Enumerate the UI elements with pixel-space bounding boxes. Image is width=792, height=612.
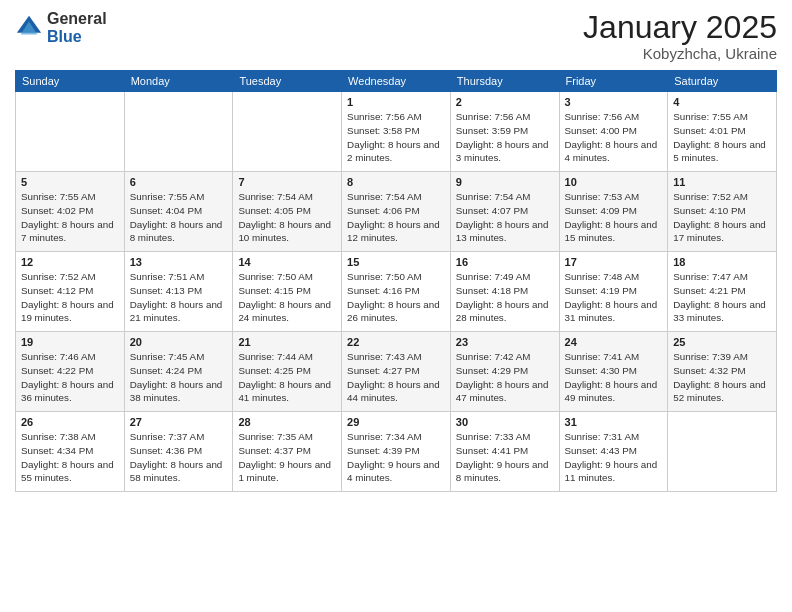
day-info-1-3: Sunrise: 7:54 AM Sunset: 4:06 PM Dayligh…	[347, 190, 445, 245]
cell-2-4: 16Sunrise: 7:49 AM Sunset: 4:18 PM Dayli…	[450, 252, 559, 332]
day-info-2-2: Sunrise: 7:50 AM Sunset: 4:15 PM Dayligh…	[238, 270, 336, 325]
day-info-4-2: Sunrise: 7:35 AM Sunset: 4:37 PM Dayligh…	[238, 430, 336, 485]
cell-3-6: 25Sunrise: 7:39 AM Sunset: 4:32 PM Dayli…	[668, 332, 777, 412]
cell-4-0: 26Sunrise: 7:38 AM Sunset: 4:34 PM Dayli…	[16, 412, 125, 492]
cell-1-6: 11Sunrise: 7:52 AM Sunset: 4:10 PM Dayli…	[668, 172, 777, 252]
logo-icon	[15, 14, 43, 42]
day-info-4-4: Sunrise: 7:33 AM Sunset: 4:41 PM Dayligh…	[456, 430, 554, 485]
week-row-1: 5Sunrise: 7:55 AM Sunset: 4:02 PM Daylig…	[16, 172, 777, 252]
logo-blue-text: Blue	[47, 28, 107, 46]
day-num-0-6: 4	[673, 96, 771, 108]
cell-4-6	[668, 412, 777, 492]
day-info-0-6: Sunrise: 7:55 AM Sunset: 4:01 PM Dayligh…	[673, 110, 771, 165]
cell-4-4: 30Sunrise: 7:33 AM Sunset: 4:41 PM Dayli…	[450, 412, 559, 492]
col-wednesday: Wednesday	[342, 71, 451, 92]
cell-3-0: 19Sunrise: 7:46 AM Sunset: 4:22 PM Dayli…	[16, 332, 125, 412]
cell-2-5: 17Sunrise: 7:48 AM Sunset: 4:19 PM Dayli…	[559, 252, 668, 332]
cell-2-3: 15Sunrise: 7:50 AM Sunset: 4:16 PM Dayli…	[342, 252, 451, 332]
day-info-3-4: Sunrise: 7:42 AM Sunset: 4:29 PM Dayligh…	[456, 350, 554, 405]
day-info-3-0: Sunrise: 7:46 AM Sunset: 4:22 PM Dayligh…	[21, 350, 119, 405]
col-saturday: Saturday	[668, 71, 777, 92]
week-row-0: 1Sunrise: 7:56 AM Sunset: 3:58 PM Daylig…	[16, 92, 777, 172]
day-num-3-5: 24	[565, 336, 663, 348]
cell-3-4: 23Sunrise: 7:42 AM Sunset: 4:29 PM Dayli…	[450, 332, 559, 412]
cell-3-3: 22Sunrise: 7:43 AM Sunset: 4:27 PM Dayli…	[342, 332, 451, 412]
day-info-0-5: Sunrise: 7:56 AM Sunset: 4:00 PM Dayligh…	[565, 110, 663, 165]
day-num-2-0: 12	[21, 256, 119, 268]
day-num-0-4: 2	[456, 96, 554, 108]
title-month: January 2025	[583, 10, 777, 45]
cell-0-0	[16, 92, 125, 172]
title-location: Kobyzhcha, Ukraine	[583, 45, 777, 62]
day-info-3-1: Sunrise: 7:45 AM Sunset: 4:24 PM Dayligh…	[130, 350, 228, 405]
day-info-3-6: Sunrise: 7:39 AM Sunset: 4:32 PM Dayligh…	[673, 350, 771, 405]
cell-4-5: 31Sunrise: 7:31 AM Sunset: 4:43 PM Dayli…	[559, 412, 668, 492]
cell-0-2	[233, 92, 342, 172]
day-info-3-2: Sunrise: 7:44 AM Sunset: 4:25 PM Dayligh…	[238, 350, 336, 405]
day-num-4-5: 31	[565, 416, 663, 428]
day-num-1-3: 8	[347, 176, 445, 188]
day-info-4-1: Sunrise: 7:37 AM Sunset: 4:36 PM Dayligh…	[130, 430, 228, 485]
col-tuesday: Tuesday	[233, 71, 342, 92]
cell-2-1: 13Sunrise: 7:51 AM Sunset: 4:13 PM Dayli…	[124, 252, 233, 332]
day-num-3-4: 23	[456, 336, 554, 348]
day-num-2-2: 14	[238, 256, 336, 268]
day-info-1-5: Sunrise: 7:53 AM Sunset: 4:09 PM Dayligh…	[565, 190, 663, 245]
calendar: Sunday Monday Tuesday Wednesday Thursday…	[15, 70, 777, 492]
day-info-1-1: Sunrise: 7:55 AM Sunset: 4:04 PM Dayligh…	[130, 190, 228, 245]
day-num-4-1: 27	[130, 416, 228, 428]
cell-3-2: 21Sunrise: 7:44 AM Sunset: 4:25 PM Dayli…	[233, 332, 342, 412]
day-num-4-2: 28	[238, 416, 336, 428]
logo-general-text: General	[47, 10, 107, 28]
day-num-1-4: 9	[456, 176, 554, 188]
cell-1-4: 9Sunrise: 7:54 AM Sunset: 4:07 PM Daylig…	[450, 172, 559, 252]
day-info-2-1: Sunrise: 7:51 AM Sunset: 4:13 PM Dayligh…	[130, 270, 228, 325]
cell-2-6: 18Sunrise: 7:47 AM Sunset: 4:21 PM Dayli…	[668, 252, 777, 332]
day-info-2-0: Sunrise: 7:52 AM Sunset: 4:12 PM Dayligh…	[21, 270, 119, 325]
cell-1-2: 7Sunrise: 7:54 AM Sunset: 4:05 PM Daylig…	[233, 172, 342, 252]
day-num-3-1: 20	[130, 336, 228, 348]
day-num-3-6: 25	[673, 336, 771, 348]
cell-1-3: 8Sunrise: 7:54 AM Sunset: 4:06 PM Daylig…	[342, 172, 451, 252]
day-info-4-0: Sunrise: 7:38 AM Sunset: 4:34 PM Dayligh…	[21, 430, 119, 485]
day-info-2-5: Sunrise: 7:48 AM Sunset: 4:19 PM Dayligh…	[565, 270, 663, 325]
day-num-1-2: 7	[238, 176, 336, 188]
cell-1-1: 6Sunrise: 7:55 AM Sunset: 4:04 PM Daylig…	[124, 172, 233, 252]
day-num-4-3: 29	[347, 416, 445, 428]
cell-3-5: 24Sunrise: 7:41 AM Sunset: 4:30 PM Dayli…	[559, 332, 668, 412]
day-num-2-5: 17	[565, 256, 663, 268]
logo-text: General Blue	[47, 10, 107, 45]
calendar-header-row: Sunday Monday Tuesday Wednesday Thursday…	[16, 71, 777, 92]
day-num-3-0: 19	[21, 336, 119, 348]
day-num-0-5: 3	[565, 96, 663, 108]
day-info-2-3: Sunrise: 7:50 AM Sunset: 4:16 PM Dayligh…	[347, 270, 445, 325]
day-num-3-3: 22	[347, 336, 445, 348]
cell-0-1	[124, 92, 233, 172]
day-num-2-1: 13	[130, 256, 228, 268]
cell-0-3: 1Sunrise: 7:56 AM Sunset: 3:58 PM Daylig…	[342, 92, 451, 172]
title-block: January 2025 Kobyzhcha, Ukraine	[583, 10, 777, 62]
day-info-4-5: Sunrise: 7:31 AM Sunset: 4:43 PM Dayligh…	[565, 430, 663, 485]
cell-0-4: 2Sunrise: 7:56 AM Sunset: 3:59 PM Daylig…	[450, 92, 559, 172]
day-num-2-4: 16	[456, 256, 554, 268]
day-info-2-4: Sunrise: 7:49 AM Sunset: 4:18 PM Dayligh…	[456, 270, 554, 325]
day-info-3-5: Sunrise: 7:41 AM Sunset: 4:30 PM Dayligh…	[565, 350, 663, 405]
week-row-4: 26Sunrise: 7:38 AM Sunset: 4:34 PM Dayli…	[16, 412, 777, 492]
day-num-1-1: 6	[130, 176, 228, 188]
day-num-2-3: 15	[347, 256, 445, 268]
cell-0-6: 4Sunrise: 7:55 AM Sunset: 4:01 PM Daylig…	[668, 92, 777, 172]
week-row-2: 12Sunrise: 7:52 AM Sunset: 4:12 PM Dayli…	[16, 252, 777, 332]
cell-0-5: 3Sunrise: 7:56 AM Sunset: 4:00 PM Daylig…	[559, 92, 668, 172]
col-monday: Monday	[124, 71, 233, 92]
day-info-1-6: Sunrise: 7:52 AM Sunset: 4:10 PM Dayligh…	[673, 190, 771, 245]
day-info-2-6: Sunrise: 7:47 AM Sunset: 4:21 PM Dayligh…	[673, 270, 771, 325]
day-num-3-2: 21	[238, 336, 336, 348]
cell-1-5: 10Sunrise: 7:53 AM Sunset: 4:09 PM Dayli…	[559, 172, 668, 252]
week-row-3: 19Sunrise: 7:46 AM Sunset: 4:22 PM Dayli…	[16, 332, 777, 412]
col-sunday: Sunday	[16, 71, 125, 92]
header: General Blue January 2025 Kobyzhcha, Ukr…	[15, 10, 777, 62]
day-info-4-3: Sunrise: 7:34 AM Sunset: 4:39 PM Dayligh…	[347, 430, 445, 485]
day-info-1-2: Sunrise: 7:54 AM Sunset: 4:05 PM Dayligh…	[238, 190, 336, 245]
cell-4-3: 29Sunrise: 7:34 AM Sunset: 4:39 PM Dayli…	[342, 412, 451, 492]
cell-2-0: 12Sunrise: 7:52 AM Sunset: 4:12 PM Dayli…	[16, 252, 125, 332]
